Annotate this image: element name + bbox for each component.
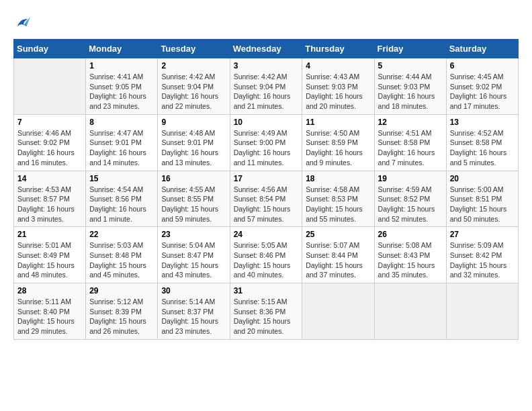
day-number: 7 (17, 118, 82, 127)
day-info: Sunrise: 4:51 AM Sunset: 8:58 PM Dayligh… (378, 128, 443, 168)
calendar-cell: 30Sunrise: 5:14 AM Sunset: 8:37 PM Dayli… (158, 283, 230, 340)
calendar-week-row: 21Sunrise: 5:01 AM Sunset: 8:49 PM Dayli… (14, 227, 519, 283)
day-number: 17 (234, 174, 299, 183)
day-number: 16 (161, 174, 226, 183)
calendar-cell: 27Sunrise: 5:09 AM Sunset: 8:42 PM Dayli… (446, 227, 518, 283)
calendar-cell: 10Sunrise: 4:49 AM Sunset: 9:00 PM Dayli… (230, 114, 302, 171)
day-info: Sunrise: 4:49 AM Sunset: 9:00 PM Dayligh… (234, 128, 299, 168)
day-info: Sunrise: 5:05 AM Sunset: 8:46 PM Dayligh… (234, 240, 299, 280)
logo-icon (13, 13, 32, 32)
day-info: Sunrise: 4:53 AM Sunset: 8:57 PM Dayligh… (17, 185, 82, 224)
column-header-friday: Friday (374, 40, 446, 58)
calendar-cell: 1Sunrise: 4:41 AM Sunset: 9:05 PM Daylig… (86, 58, 158, 115)
calendar-cell: 20Sunrise: 5:00 AM Sunset: 8:51 PM Dayli… (446, 171, 518, 227)
column-header-monday: Monday (86, 40, 158, 58)
day-info: Sunrise: 5:15 AM Sunset: 8:36 PM Dayligh… (234, 297, 299, 336)
column-header-wednesday: Wednesday (230, 40, 302, 58)
day-info: Sunrise: 4:44 AM Sunset: 9:03 PM Dayligh… (378, 72, 443, 111)
column-header-thursday: Thursday (302, 40, 374, 58)
day-number: 31 (234, 286, 299, 295)
calendar-cell: 25Sunrise: 5:07 AM Sunset: 8:44 PM Dayli… (302, 227, 374, 283)
calendar-cell: 17Sunrise: 4:56 AM Sunset: 8:54 PM Dayli… (230, 171, 302, 227)
calendar-cell: 8Sunrise: 4:47 AM Sunset: 9:01 PM Daylig… (86, 114, 158, 171)
column-header-tuesday: Tuesday (158, 40, 230, 58)
day-number: 21 (17, 230, 82, 239)
day-number: 15 (89, 174, 154, 183)
day-number: 5 (378, 61, 443, 71)
calendar-week-row: 14Sunrise: 4:53 AM Sunset: 8:57 PM Dayli… (14, 171, 519, 227)
day-number: 23 (161, 230, 226, 239)
day-info: Sunrise: 4:48 AM Sunset: 9:01 PM Dayligh… (161, 128, 226, 168)
calendar-cell: 12Sunrise: 4:51 AM Sunset: 8:58 PM Dayli… (374, 114, 446, 171)
day-info: Sunrise: 4:56 AM Sunset: 8:54 PM Dayligh… (234, 185, 299, 224)
day-info: Sunrise: 5:00 AM Sunset: 8:51 PM Dayligh… (450, 185, 515, 224)
day-number: 29 (89, 286, 154, 295)
day-number: 11 (306, 118, 370, 127)
day-info: Sunrise: 4:41 AM Sunset: 9:05 PM Dayligh… (89, 72, 154, 111)
calendar-cell: 6Sunrise: 4:45 AM Sunset: 9:02 PM Daylig… (446, 58, 518, 115)
day-info: Sunrise: 5:11 AM Sunset: 8:40 PM Dayligh… (17, 297, 82, 336)
calendar-cell: 3Sunrise: 4:42 AM Sunset: 9:04 PM Daylig… (230, 58, 302, 115)
calendar-cell: 26Sunrise: 5:08 AM Sunset: 8:43 PM Dayli… (374, 227, 446, 283)
calendar-header-row: SundayMondayTuesdayWednesdayThursdayFrid… (14, 40, 519, 58)
day-info: Sunrise: 4:45 AM Sunset: 9:02 PM Dayligh… (450, 72, 515, 111)
day-info: Sunrise: 5:07 AM Sunset: 8:44 PM Dayligh… (306, 240, 370, 280)
day-number: 13 (450, 118, 515, 127)
day-info: Sunrise: 4:46 AM Sunset: 9:02 PM Dayligh… (17, 128, 82, 168)
day-info: Sunrise: 4:58 AM Sunset: 8:53 PM Dayligh… (306, 185, 370, 224)
day-info: Sunrise: 5:01 AM Sunset: 8:49 PM Dayligh… (17, 240, 82, 280)
calendar-cell: 28Sunrise: 5:11 AM Sunset: 8:40 PM Dayli… (14, 283, 86, 340)
calendar-cell: 5Sunrise: 4:44 AM Sunset: 9:03 PM Daylig… (374, 58, 446, 115)
day-info: Sunrise: 5:04 AM Sunset: 8:47 PM Dayligh… (161, 240, 226, 280)
day-info: Sunrise: 4:47 AM Sunset: 9:01 PM Dayligh… (89, 128, 154, 168)
calendar-cell: 15Sunrise: 4:54 AM Sunset: 8:56 PM Dayli… (86, 171, 158, 227)
day-info: Sunrise: 5:03 AM Sunset: 8:48 PM Dayligh… (89, 240, 154, 280)
calendar-week-row: 7Sunrise: 4:46 AM Sunset: 9:02 PM Daylig… (14, 114, 519, 171)
day-info: Sunrise: 5:14 AM Sunset: 8:37 PM Dayligh… (161, 297, 226, 336)
calendar-cell: 21Sunrise: 5:01 AM Sunset: 8:49 PM Dayli… (14, 227, 86, 283)
calendar-cell: 31Sunrise: 5:15 AM Sunset: 8:36 PM Dayli… (230, 283, 302, 340)
calendar-cell (374, 283, 446, 340)
calendar-cell: 23Sunrise: 5:04 AM Sunset: 8:47 PM Dayli… (158, 227, 230, 283)
logo (13, 13, 35, 32)
calendar-cell: 2Sunrise: 4:42 AM Sunset: 9:04 PM Daylig… (158, 58, 230, 115)
calendar-cell (302, 283, 374, 340)
day-number: 20 (450, 174, 515, 183)
day-number: 6 (450, 61, 515, 71)
calendar-cell: 16Sunrise: 4:55 AM Sunset: 8:55 PM Dayli… (158, 171, 230, 227)
day-info: Sunrise: 5:08 AM Sunset: 8:43 PM Dayligh… (378, 240, 443, 280)
day-number: 1 (89, 61, 154, 71)
calendar-table: SundayMondayTuesdayWednesdayThursdayFrid… (13, 39, 519, 340)
day-info: Sunrise: 4:43 AM Sunset: 9:03 PM Dayligh… (306, 72, 370, 111)
day-number: 10 (234, 118, 299, 127)
calendar-cell: 24Sunrise: 5:05 AM Sunset: 8:46 PM Dayli… (230, 227, 302, 283)
day-number: 28 (17, 286, 82, 295)
column-header-sunday: Sunday (14, 40, 86, 58)
calendar-cell: 11Sunrise: 4:50 AM Sunset: 8:59 PM Dayli… (302, 114, 374, 171)
day-info: Sunrise: 5:12 AM Sunset: 8:39 PM Dayligh… (89, 297, 154, 336)
day-number: 27 (450, 230, 515, 239)
calendar-cell: 18Sunrise: 4:58 AM Sunset: 8:53 PM Dayli… (302, 171, 374, 227)
calendar-cell: 29Sunrise: 5:12 AM Sunset: 8:39 PM Dayli… (86, 283, 158, 340)
day-number: 30 (161, 286, 226, 295)
calendar-week-row: 28Sunrise: 5:11 AM Sunset: 8:40 PM Dayli… (14, 283, 519, 340)
day-info: Sunrise: 4:54 AM Sunset: 8:56 PM Dayligh… (89, 185, 154, 224)
day-number: 18 (306, 174, 370, 183)
day-info: Sunrise: 4:55 AM Sunset: 8:55 PM Dayligh… (161, 185, 226, 224)
calendar-cell: 19Sunrise: 4:59 AM Sunset: 8:52 PM Dayli… (374, 171, 446, 227)
calendar-cell: 14Sunrise: 4:53 AM Sunset: 8:57 PM Dayli… (14, 171, 86, 227)
day-number: 26 (378, 230, 443, 239)
calendar-cell: 7Sunrise: 4:46 AM Sunset: 9:02 PM Daylig… (14, 114, 86, 171)
calendar-cell (14, 58, 86, 115)
day-info: Sunrise: 4:50 AM Sunset: 8:59 PM Dayligh… (306, 128, 370, 168)
day-number: 8 (89, 118, 154, 127)
day-number: 3 (234, 61, 299, 71)
day-number: 2 (161, 61, 226, 71)
calendar-cell (446, 283, 518, 340)
calendar-cell: 9Sunrise: 4:48 AM Sunset: 9:01 PM Daylig… (158, 114, 230, 171)
page-header (13, 13, 519, 32)
day-number: 19 (378, 174, 443, 183)
day-info: Sunrise: 4:52 AM Sunset: 8:58 PM Dayligh… (450, 128, 515, 168)
calendar-cell: 4Sunrise: 4:43 AM Sunset: 9:03 PM Daylig… (302, 58, 374, 115)
day-number: 14 (17, 174, 82, 183)
